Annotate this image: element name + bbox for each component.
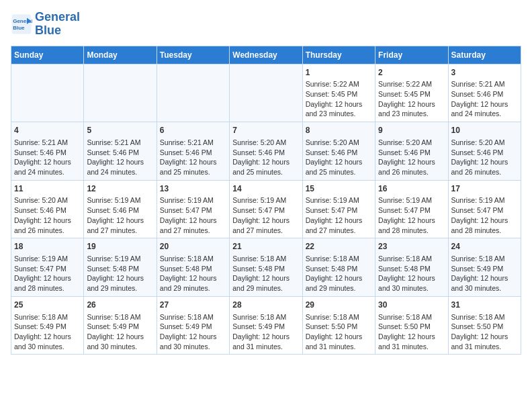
calendar-cell: 1Sunrise: 5:22 AM Sunset: 5:45 PM Daylig… (302, 64, 375, 122)
logo-text: General Blue (35, 11, 80, 38)
day-info: Sunrise: 5:20 AM Sunset: 5:46 PM Dayligh… (14, 196, 71, 234)
day-info: Sunrise: 5:20 AM Sunset: 5:46 PM Dayligh… (306, 138, 363, 176)
day-info: Sunrise: 5:19 AM Sunset: 5:46 PM Dayligh… (87, 196, 144, 234)
day-number: 11 (14, 183, 81, 195)
calendar-cell: 14Sunrise: 5:19 AM Sunset: 5:47 PM Dayli… (230, 180, 302, 238)
calendar-week-5: 25Sunrise: 5:18 AM Sunset: 5:49 PM Dayli… (11, 296, 521, 355)
day-number: 17 (451, 183, 518, 195)
day-info: Sunrise: 5:19 AM Sunset: 5:47 PM Dayligh… (378, 196, 435, 234)
day-info: Sunrise: 5:18 AM Sunset: 5:49 PM Dayligh… (87, 313, 144, 351)
day-info: Sunrise: 5:18 AM Sunset: 5:50 PM Dayligh… (306, 313, 363, 351)
calendar-cell (157, 64, 229, 122)
day-info: Sunrise: 5:19 AM Sunset: 5:47 PM Dayligh… (306, 196, 363, 234)
calendar-week-3: 11Sunrise: 5:20 AM Sunset: 5:46 PM Dayli… (11, 180, 521, 238)
calendar-cell (11, 64, 84, 122)
calendar-cell: 2Sunrise: 5:22 AM Sunset: 5:45 PM Daylig… (375, 64, 448, 122)
day-info: Sunrise: 5:20 AM Sunset: 5:46 PM Dayligh… (378, 138, 435, 176)
day-number: 8 (306, 125, 372, 136)
day-info: Sunrise: 5:20 AM Sunset: 5:46 PM Dayligh… (451, 138, 508, 176)
calendar-cell: 27Sunrise: 5:18 AM Sunset: 5:49 PM Dayli… (157, 296, 229, 355)
calendar-cell: 30Sunrise: 5:18 AM Sunset: 5:50 PM Dayli… (375, 296, 448, 355)
day-info: Sunrise: 5:18 AM Sunset: 5:49 PM Dayligh… (160, 313, 217, 351)
day-number: 10 (451, 125, 518, 136)
day-number: 2 (378, 67, 445, 79)
day-number: 27 (160, 300, 226, 311)
calendar-cell: 4Sunrise: 5:21 AM Sunset: 5:46 PM Daylig… (11, 122, 84, 181)
day-number: 14 (232, 183, 299, 195)
day-info: Sunrise: 5:18 AM Sunset: 5:48 PM Dayligh… (378, 255, 435, 292)
calendar-cell: 31Sunrise: 5:18 AM Sunset: 5:50 PM Dayli… (448, 296, 521, 355)
calendar-cell: 23Sunrise: 5:18 AM Sunset: 5:48 PM Dayli… (375, 238, 448, 297)
day-number: 7 (232, 125, 299, 136)
day-number: 22 (306, 241, 372, 253)
day-number: 15 (306, 183, 372, 195)
day-info: Sunrise: 5:19 AM Sunset: 5:47 PM Dayligh… (160, 196, 217, 234)
day-number: 20 (160, 241, 226, 253)
calendar-cell: 21Sunrise: 5:18 AM Sunset: 5:48 PM Dayli… (230, 238, 302, 297)
calendar-cell: 25Sunrise: 5:18 AM Sunset: 5:49 PM Dayli… (11, 296, 84, 355)
col-header-monday: Monday (84, 46, 157, 64)
day-number: 29 (306, 300, 372, 311)
calendar-cell: 19Sunrise: 5:19 AM Sunset: 5:48 PM Dayli… (84, 238, 157, 297)
day-info: Sunrise: 5:18 AM Sunset: 5:48 PM Dayligh… (160, 255, 217, 292)
day-number: 28 (232, 300, 299, 311)
calendar-cell: 11Sunrise: 5:20 AM Sunset: 5:46 PM Dayli… (11, 180, 84, 238)
calendar-cell: 28Sunrise: 5:18 AM Sunset: 5:49 PM Dayli… (230, 296, 302, 355)
svg-text:Blue: Blue (13, 25, 25, 31)
day-info: Sunrise: 5:18 AM Sunset: 5:49 PM Dayligh… (14, 313, 71, 351)
calendar-cell: 10Sunrise: 5:20 AM Sunset: 5:46 PM Dayli… (448, 122, 521, 181)
calendar-cell: 16Sunrise: 5:19 AM Sunset: 5:47 PM Dayli… (375, 180, 448, 238)
day-info: Sunrise: 5:22 AM Sunset: 5:45 PM Dayligh… (378, 80, 435, 118)
calendar-cell: 26Sunrise: 5:18 AM Sunset: 5:49 PM Dayli… (84, 296, 157, 355)
calendar-week-1: 1Sunrise: 5:22 AM Sunset: 5:45 PM Daylig… (11, 64, 521, 122)
day-info: Sunrise: 5:22 AM Sunset: 5:45 PM Dayligh… (306, 80, 363, 118)
calendar-cell: 22Sunrise: 5:18 AM Sunset: 5:48 PM Dayli… (302, 238, 375, 297)
calendar-cell: 24Sunrise: 5:18 AM Sunset: 5:49 PM Dayli… (448, 238, 521, 297)
day-number: 9 (378, 125, 445, 136)
day-number: 1 (306, 67, 372, 79)
day-number: 25 (14, 300, 81, 311)
day-info: Sunrise: 5:18 AM Sunset: 5:48 PM Dayligh… (306, 255, 363, 292)
calendar-cell: 15Sunrise: 5:19 AM Sunset: 5:47 PM Dayli… (302, 180, 375, 238)
day-number: 19 (87, 241, 153, 253)
calendar-cell: 9Sunrise: 5:20 AM Sunset: 5:46 PM Daylig… (375, 122, 448, 181)
day-info: Sunrise: 5:21 AM Sunset: 5:46 PM Dayligh… (14, 138, 71, 176)
day-number: 24 (451, 241, 518, 253)
day-number: 30 (378, 300, 445, 311)
calendar-cell: 13Sunrise: 5:19 AM Sunset: 5:47 PM Dayli… (157, 180, 229, 238)
calendar-table: SundayMondayTuesdayWednesdayThursdayFrid… (11, 46, 521, 355)
calendar-week-2: 4Sunrise: 5:21 AM Sunset: 5:46 PM Daylig… (11, 122, 521, 181)
day-info: Sunrise: 5:19 AM Sunset: 5:47 PM Dayligh… (232, 196, 290, 234)
calendar-cell: 6Sunrise: 5:21 AM Sunset: 5:46 PM Daylig… (157, 122, 229, 181)
logo-icon: General Blue (11, 13, 32, 35)
day-number: 4 (14, 125, 81, 136)
col-header-wednesday: Wednesday (230, 46, 302, 64)
calendar-cell (84, 64, 157, 122)
calendar-cell: 17Sunrise: 5:19 AM Sunset: 5:47 PM Dayli… (448, 180, 521, 238)
day-info: Sunrise: 5:18 AM Sunset: 5:48 PM Dayligh… (232, 255, 290, 292)
day-number: 21 (232, 241, 299, 253)
day-number: 12 (87, 183, 153, 195)
col-header-sunday: Sunday (11, 46, 84, 64)
calendar-cell: 3Sunrise: 5:21 AM Sunset: 5:46 PM Daylig… (448, 64, 521, 122)
calendar-cell: 20Sunrise: 5:18 AM Sunset: 5:48 PM Dayli… (157, 238, 229, 297)
day-info: Sunrise: 5:21 AM Sunset: 5:46 PM Dayligh… (451, 80, 508, 118)
day-number: 18 (14, 241, 81, 253)
calendar-week-4: 18Sunrise: 5:19 AM Sunset: 5:47 PM Dayli… (11, 238, 521, 297)
calendar-cell: 12Sunrise: 5:19 AM Sunset: 5:46 PM Dayli… (84, 180, 157, 238)
day-info: Sunrise: 5:18 AM Sunset: 5:50 PM Dayligh… (451, 313, 508, 351)
day-info: Sunrise: 5:20 AM Sunset: 5:46 PM Dayligh… (232, 138, 290, 176)
col-header-saturday: Saturday (448, 46, 521, 64)
day-info: Sunrise: 5:19 AM Sunset: 5:47 PM Dayligh… (14, 255, 71, 292)
page-header: General Blue General Blue (11, 11, 521, 38)
col-header-tuesday: Tuesday (157, 46, 229, 64)
day-number: 23 (378, 241, 445, 253)
day-number: 13 (160, 183, 226, 195)
calendar-cell: 5Sunrise: 5:21 AM Sunset: 5:46 PM Daylig… (84, 122, 157, 181)
day-info: Sunrise: 5:21 AM Sunset: 5:46 PM Dayligh… (87, 138, 144, 176)
day-info: Sunrise: 5:18 AM Sunset: 5:50 PM Dayligh… (378, 313, 435, 351)
col-header-thursday: Thursday (302, 46, 375, 64)
logo: General Blue General Blue (11, 11, 80, 38)
calendar-cell: 29Sunrise: 5:18 AM Sunset: 5:50 PM Dayli… (302, 296, 375, 355)
day-number: 3 (451, 67, 518, 79)
